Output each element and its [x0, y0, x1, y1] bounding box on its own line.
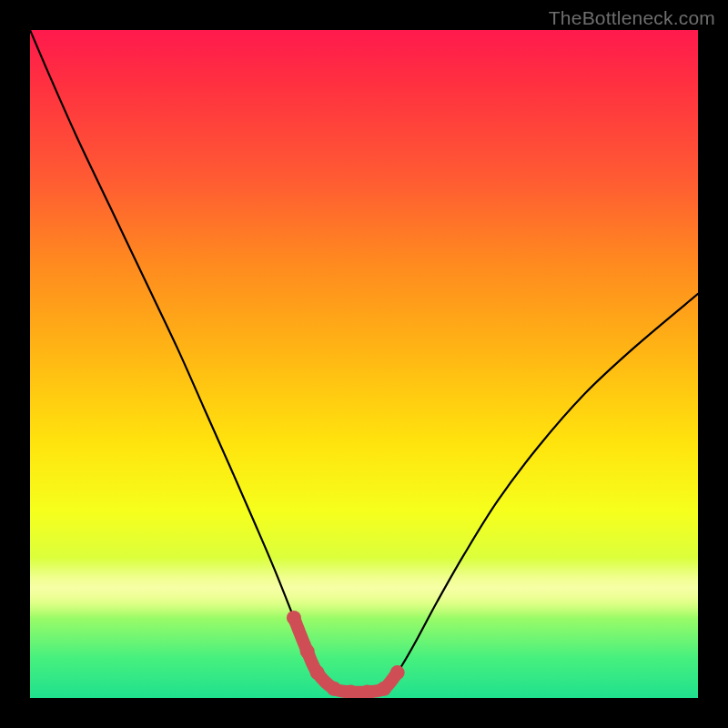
highlight-dots: [287, 611, 405, 698]
highlight-dot: [310, 665, 325, 680]
highlight-dot: [300, 644, 315, 659]
chart-stage: TheBottleneck.com: [0, 0, 728, 728]
highlight-dot: [390, 665, 405, 680]
watermark-text: TheBottleneck.com: [549, 7, 715, 29]
curve-layer: [30, 30, 698, 698]
plot-area: [30, 30, 698, 698]
highlight-dot: [327, 682, 341, 696]
highlight-dot: [377, 682, 391, 696]
bottleneck-curve: [30, 30, 698, 693]
highlight-dot: [287, 611, 301, 625]
